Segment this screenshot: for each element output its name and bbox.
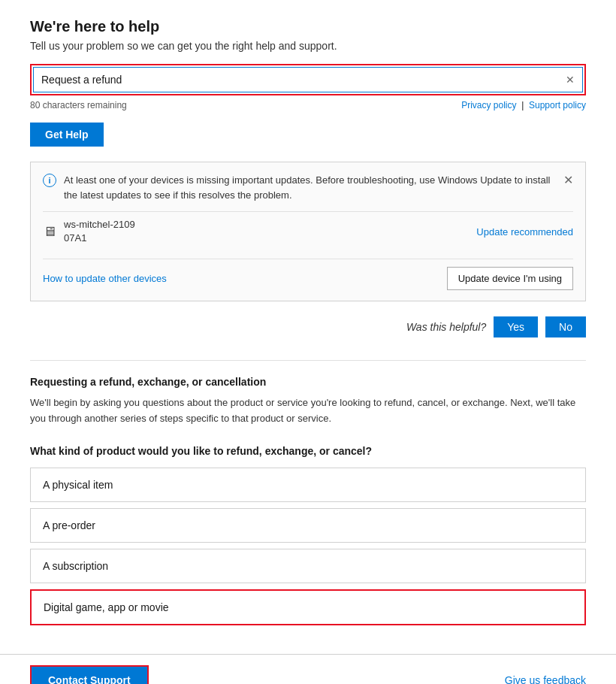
clear-icon[interactable]: ✕ <box>558 68 582 92</box>
info-icon: i <box>43 174 56 187</box>
product-type-question: What kind of product would you like to r… <box>30 445 586 457</box>
no-button[interactable]: No <box>545 316 586 337</box>
yes-button[interactable]: Yes <box>494 316 538 337</box>
banner-top: i At least one of your devices is missin… <box>43 173 573 202</box>
update-status: Update recommended <box>476 226 573 238</box>
device-row: 🖥 ws-mitchel-2109 07A1 Update recommende… <box>43 211 573 251</box>
search-input[interactable] <box>34 68 558 92</box>
product-option-subscription[interactable]: A subscription <box>30 549 586 583</box>
helpful-row: Was this helpful? Yes No <box>30 316 586 337</box>
search-box-inner: ✕ <box>33 67 583 92</box>
get-help-button[interactable]: Get Help <box>30 123 104 147</box>
search-meta: 80 characters remaining Privacy policy |… <box>30 100 586 110</box>
device-left: 🖥 ws-mitchel-2109 07A1 <box>43 218 135 245</box>
contact-support-button[interactable]: Contact Support <box>30 665 149 684</box>
banner-close-icon[interactable]: ✕ <box>563 173 573 187</box>
section-divider <box>30 360 586 361</box>
refund-section: Requesting a refund, exchange, or cancel… <box>30 376 586 625</box>
product-option-physical[interactable]: A physical item <box>30 468 586 502</box>
product-option-digital[interactable]: Digital game, app or movie <box>30 589 586 625</box>
update-device-button[interactable]: Update device I'm using <box>447 267 573 290</box>
banner-actions: How to update other devices Update devic… <box>43 259 573 290</box>
give-feedback-link[interactable]: Give us feedback <box>505 674 586 684</box>
footer-bar: Contact Support Give us feedback <box>0 654 616 684</box>
banner-message: At least one of your devices is missing … <box>64 173 556 202</box>
page-subtitle: Tell us your problem so we can get you t… <box>30 40 586 52</box>
helpful-label: Was this helpful? <box>406 321 486 333</box>
product-option-preorder[interactable]: A pre-order <box>30 508 586 543</box>
device-name: ws-mitchel-2109 07A1 <box>64 218 135 245</box>
refund-section-desc: We'll begin by asking you questions abou… <box>30 395 586 427</box>
how-to-update-link[interactable]: How to update other devices <box>43 273 167 284</box>
refund-section-title: Requesting a refund, exchange, or cancel… <box>30 376 586 388</box>
policy-links: Privacy policy | Support policy <box>461 100 586 110</box>
support-policy-link[interactable]: Support policy <box>529 100 586 110</box>
page-title: We're here to help <box>30 18 586 35</box>
privacy-policy-link[interactable]: Privacy policy <box>461 100 516 110</box>
search-wrapper: ✕ <box>30 64 586 95</box>
update-banner: i At least one of your devices is missin… <box>30 162 586 301</box>
monitor-icon: 🖥 <box>43 224 56 240</box>
chars-remaining: 80 characters remaining <box>30 100 127 110</box>
